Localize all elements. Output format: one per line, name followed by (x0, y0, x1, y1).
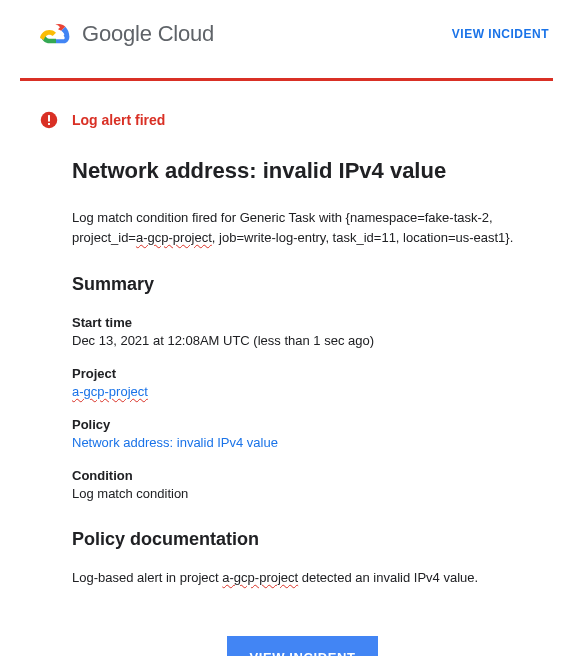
summary-heading: Summary (72, 274, 533, 295)
project-field: Project a-gcp-project (72, 366, 533, 399)
policy-doc-suffix: detected an invalid IPv4 value. (298, 570, 478, 585)
start-time-value: Dec 13, 2021 at 12:08AM UTC (less than 1… (72, 333, 533, 348)
policy-doc-prefix: Log-based alert in project (72, 570, 222, 585)
incident-description: Log match condition fired for Generic Ta… (72, 208, 533, 248)
svg-rect-1 (48, 115, 50, 121)
condition-value: Log match condition (72, 486, 533, 501)
policy-link[interactable]: Network address: invalid IPv4 value (72, 435, 533, 450)
description-project-id: a-gcp-project (136, 230, 212, 245)
brand-google: Google (82, 21, 152, 46)
view-incident-link-top[interactable]: VIEW INCIDENT (452, 27, 549, 41)
main-body: Network address: invalid IPv4 value Log … (40, 157, 533, 656)
footer-button-row: VIEW INCIDENT (72, 636, 533, 656)
project-link[interactable]: a-gcp-project (72, 384, 533, 399)
project-label: Project (72, 366, 533, 381)
policy-documentation-text: Log-based alert in project a-gcp-project… (72, 568, 533, 588)
policy-doc-project: a-gcp-project (222, 570, 298, 585)
policy-documentation-heading: Policy documentation (72, 529, 533, 550)
content: Log alert fired Network address: invalid… (0, 81, 573, 656)
brand-cloud: Cloud (152, 21, 214, 46)
description-suffix: , job=write-log-entry, task_id=11, locat… (212, 230, 513, 245)
alert-header-row: Log alert fired (40, 111, 533, 129)
google-cloud-icon (40, 18, 72, 50)
error-icon (40, 111, 58, 129)
svg-rect-2 (48, 123, 50, 125)
condition-field: Condition Log match condition (72, 468, 533, 501)
policy-label: Policy (72, 417, 533, 432)
view-incident-button[interactable]: VIEW INCIDENT (227, 636, 377, 656)
brand-text: Google Cloud (82, 21, 214, 47)
start-time-label: Start time (72, 315, 533, 330)
header: Google Cloud VIEW INCIDENT (0, 0, 573, 78)
condition-label: Condition (72, 468, 533, 483)
start-time-field: Start time Dec 13, 2021 at 12:08AM UTC (… (72, 315, 533, 348)
incident-title: Network address: invalid IPv4 value (72, 157, 533, 186)
brand-logo-group: Google Cloud (40, 18, 214, 50)
policy-field: Policy Network address: invalid IPv4 val… (72, 417, 533, 450)
alert-fired-label: Log alert fired (72, 112, 165, 128)
